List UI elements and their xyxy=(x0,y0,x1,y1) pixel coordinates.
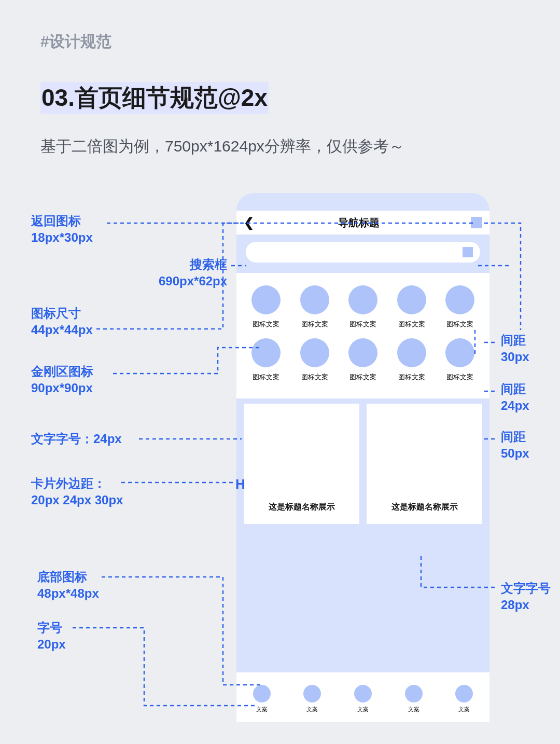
kingkong-label: 图标文案 xyxy=(253,320,279,329)
tab-item[interactable]: 文案 xyxy=(405,685,423,713)
kingkong-label: 图标文案 xyxy=(349,320,376,329)
margin-indicator: H xyxy=(235,476,245,492)
ann-kingkong-icon: 金刚区图标 90px*90px xyxy=(31,363,93,397)
tab-icon xyxy=(253,685,271,702)
ann-gap-50: 间距 50px xyxy=(501,429,529,462)
kingkong-label: 图标文案 xyxy=(349,373,376,382)
card-title: 这是标题名称展示 xyxy=(269,502,335,513)
tab-label: 文案 xyxy=(357,706,369,713)
tab-label: 文案 xyxy=(256,706,268,713)
hashtag-label: #设计规范 xyxy=(40,31,111,52)
status-bar xyxy=(236,193,489,211)
tab-label: 文案 xyxy=(458,706,470,713)
kingkong-icon xyxy=(251,338,281,367)
kingkong-label: 图标文案 xyxy=(253,373,279,382)
kingkong-icon xyxy=(251,285,281,314)
tab-item[interactable]: 文案 xyxy=(253,685,271,713)
kingkong-icon xyxy=(300,285,329,314)
page-subtitle: 基于二倍图为例，750px*1624px分辨率，仅供参考～ xyxy=(40,136,404,157)
kingkong-item[interactable]: 图标文案 xyxy=(438,338,482,382)
kingkong-label: 图标文案 xyxy=(301,320,328,329)
ann-bottom-font: 字号 20px xyxy=(37,619,66,653)
tab-label: 文案 xyxy=(408,706,419,713)
icon-row: 图标文案 图标文案 图标文案 图标文案 图标文案 xyxy=(244,285,482,329)
kingkong-item[interactable]: 图标文案 xyxy=(292,338,337,382)
kingkong-icon xyxy=(348,338,377,367)
ann-card-font: 文字字号 28px xyxy=(501,580,551,614)
tab-label: 文案 xyxy=(306,706,318,713)
kingkong-item[interactable]: 图标文案 xyxy=(438,285,482,329)
kingkong-icon xyxy=(300,338,329,367)
phone-mockup: ❮ 导航标题 图标文案 图标文案 图标文案 图标文案 图标文案 图标文案 图标文… xyxy=(236,193,489,722)
kingkong-icon xyxy=(397,285,426,314)
nav-action-icon[interactable] xyxy=(471,217,482,228)
kingkong-label: 图标文案 xyxy=(446,320,473,329)
page-title: 03.首页细节规范@2x xyxy=(40,82,269,114)
tab-icon xyxy=(405,685,423,702)
ann-back-icon: 返回图标 18px*30px xyxy=(31,213,93,246)
tab-item[interactable]: 文案 xyxy=(354,685,372,713)
card-section: 这是标题名称展示 这是标题名称展示 xyxy=(236,398,489,529)
kingkong-label: 图标文案 xyxy=(398,320,425,329)
ann-card-margin: 卡片外边距： 20px 24px 30px xyxy=(31,475,123,509)
ann-gap-30: 间距 30px xyxy=(501,332,529,366)
tab-bar: 文案 文案 文案 文案 文案 xyxy=(236,672,489,722)
card-title: 这是标题名称展示 xyxy=(391,502,458,513)
tab-item[interactable]: 文案 xyxy=(455,685,473,713)
ann-gap-24: 间距 24px xyxy=(501,381,529,415)
tab-icon xyxy=(455,685,473,702)
kingkong-label: 图标文案 xyxy=(398,373,425,382)
kingkong-item[interactable]: 图标文案 xyxy=(292,285,337,329)
tab-icon xyxy=(354,685,372,702)
content-card[interactable]: 这是标题名称展示 xyxy=(244,404,359,524)
kingkong-icon xyxy=(445,285,474,314)
kingkong-icon xyxy=(348,285,377,314)
content-card[interactable]: 这是标题名称展示 xyxy=(367,404,482,524)
kingkong-label: 图标文案 xyxy=(446,373,473,382)
kingkong-item[interactable]: 图标文案 xyxy=(341,285,385,329)
kingkong-section: 图标文案 图标文案 图标文案 图标文案 图标文案 图标文案 图标文案 图标文案 … xyxy=(236,273,489,398)
ann-text-size: 文字字号：24px xyxy=(31,431,122,447)
ann-bottom-icon: 底部图标 48px*48px xyxy=(37,569,99,602)
kingkong-item[interactable]: 图标文案 xyxy=(244,285,288,329)
search-area xyxy=(236,235,489,273)
nav-bar: ❮ 导航标题 xyxy=(236,211,489,235)
kingkong-item[interactable]: 图标文案 xyxy=(389,338,434,382)
icon-row: 图标文案 图标文案 图标文案 图标文案 图标文案 xyxy=(244,338,482,382)
kingkong-item[interactable]: 图标文案 xyxy=(244,338,288,382)
tab-icon xyxy=(303,685,321,702)
kingkong-icon xyxy=(397,338,426,367)
search-icon[interactable] xyxy=(463,247,473,257)
kingkong-item[interactable]: 图标文案 xyxy=(389,285,434,329)
kingkong-item[interactable]: 图标文案 xyxy=(341,338,385,382)
tab-item[interactable]: 文案 xyxy=(303,685,321,713)
kingkong-label: 图标文案 xyxy=(301,373,328,382)
search-input[interactable] xyxy=(246,242,480,263)
nav-title: 导航标题 xyxy=(247,216,471,230)
ann-icon-size: 图标尺寸 44px*44px xyxy=(31,305,93,339)
ann-search-box: 搜索框 690px*62px xyxy=(159,256,227,290)
kingkong-icon xyxy=(445,338,474,367)
